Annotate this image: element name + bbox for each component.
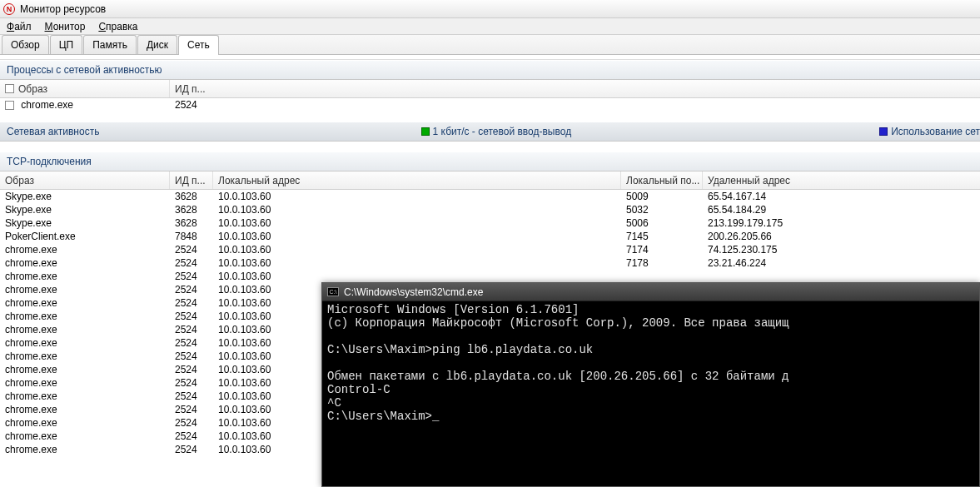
menu-file[interactable]: Файл bbox=[7, 21, 32, 32]
col-pid[interactable]: ИД п... bbox=[170, 80, 213, 97]
tab-cpu[interactable]: ЦП bbox=[50, 35, 83, 54]
tab-disk[interactable]: Диск bbox=[137, 35, 177, 54]
panel-processes-title: Процессы с сетевой активностью bbox=[7, 64, 162, 76]
panel-activity-title: Сетевая активность bbox=[7, 126, 99, 137]
menu-bar: Файл Монитор Справка bbox=[0, 18, 980, 35]
app-icon: N bbox=[3, 3, 15, 15]
cmd-output: Microsoft Windows [Version 6.1.7601] (c)… bbox=[322, 301, 979, 425]
tcp-column-headers: Образ ИД п... Локальный адрес Локальный … bbox=[0, 171, 980, 190]
tab-overview[interactable]: Обзор bbox=[2, 35, 49, 54]
cmd-title-bar[interactable]: C:\ C:\Windows\system32\cmd.exe bbox=[322, 283, 979, 301]
table-row[interactable]: Skype.exe362810.0.103.60503265.54.184.29 bbox=[0, 203, 980, 216]
row-checkbox[interactable] bbox=[5, 101, 14, 110]
window-title-bar: N Монитор ресурсов bbox=[0, 0, 980, 18]
tab-network[interactable]: Сеть bbox=[178, 35, 219, 55]
col-tcp-remote[interactable]: Удаленный адрес bbox=[703, 171, 919, 189]
panel-activity-header[interactable]: Сетевая активность 1 кбит/с - сетевой вв… bbox=[0, 122, 980, 142]
table-row[interactable]: Skype.exe362810.0.103.60500965.54.167.14 bbox=[0, 190, 980, 203]
table-row[interactable]: chrome.exe252410.0.103.60 bbox=[0, 270, 980, 283]
legend-io-text: 1 кбит/с - сетевой ввод-вывод bbox=[433, 126, 572, 137]
col-tcp-image[interactable]: Образ bbox=[0, 171, 170, 189]
menu-monitor[interactable]: Монитор bbox=[45, 21, 86, 32]
col-tcp-lport[interactable]: Локальный по... bbox=[621, 171, 703, 189]
table-row[interactable]: Skype.exe362810.0.103.605006213.199.179.… bbox=[0, 216, 980, 230]
table-row[interactable]: chrome.exe2524 bbox=[0, 98, 980, 112]
legend-green-icon bbox=[421, 127, 430, 136]
table-row[interactable]: PokerClient.exe784810.0.103.607145200.26… bbox=[0, 230, 980, 243]
legend-usage-text: Использование сет bbox=[891, 126, 980, 137]
select-all-checkbox[interactable] bbox=[5, 84, 14, 93]
col-image[interactable]: Образ bbox=[0, 80, 170, 97]
menu-help[interactable]: Справка bbox=[98, 21, 137, 32]
table-row[interactable]: chrome.exe252410.0.103.60717823.21.46.22… bbox=[0, 256, 980, 270]
tab-memory[interactable]: Память bbox=[83, 35, 137, 54]
legend-blue-icon bbox=[879, 127, 888, 136]
window-title: Монитор ресурсов bbox=[20, 3, 106, 15]
col-tcp-local[interactable]: Локальный адрес bbox=[213, 171, 621, 189]
panel-tcp-header[interactable]: TCP-подключения bbox=[0, 152, 980, 171]
tab-strip: Обзор ЦП Память Диск Сеть bbox=[0, 35, 980, 55]
panel-tcp-title: TCP-подключения bbox=[7, 156, 92, 167]
cmd-icon: C:\ bbox=[327, 287, 339, 296]
process-column-headers: Образ ИД п... bbox=[0, 80, 980, 98]
col-tcp-pid[interactable]: ИД п... bbox=[170, 171, 213, 189]
table-row[interactable]: chrome.exe252410.0.103.60717474.125.230.… bbox=[0, 243, 980, 256]
cmd-window[interactable]: C:\ C:\Windows\system32\cmd.exe Microsof… bbox=[321, 282, 980, 487]
cmd-title-text: C:\Windows\system32\cmd.exe bbox=[344, 286, 483, 298]
process-table: chrome.exe2524 bbox=[0, 98, 980, 112]
panel-processes-header[interactable]: Процессы с сетевой активностью bbox=[0, 60, 980, 80]
